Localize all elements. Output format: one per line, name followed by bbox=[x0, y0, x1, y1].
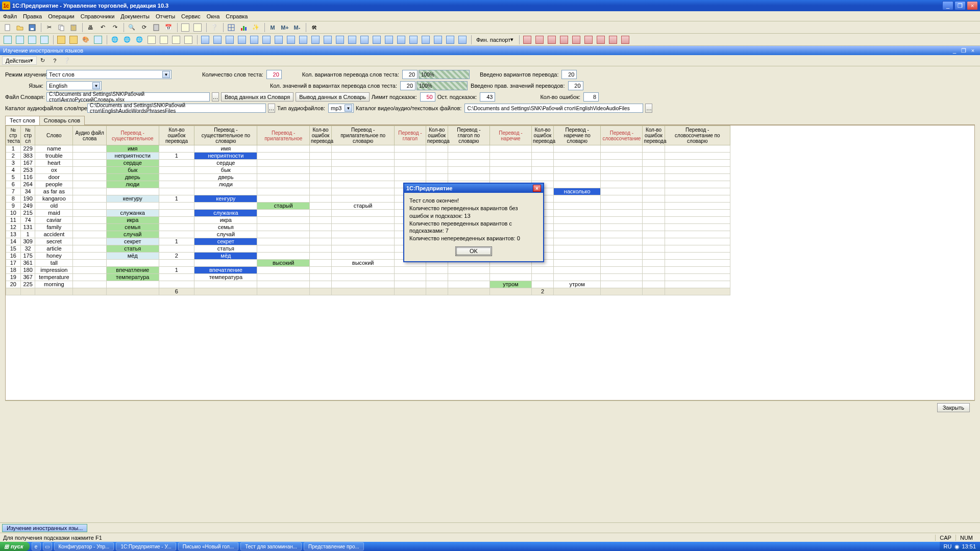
taskbar-item[interactable]: Тест для запоминан... bbox=[240, 542, 302, 550]
action-icon-2[interactable]: ? bbox=[49, 55, 60, 66]
col-header[interactable]: Перевод - прилагательное bbox=[257, 126, 310, 145]
t2-5-icon[interactable] bbox=[56, 34, 67, 45]
t2-ext-8-icon[interactable] bbox=[298, 34, 309, 45]
export-dict-button[interactable]: Вывод данных в Словарь bbox=[296, 92, 370, 102]
chart-icon[interactable] bbox=[238, 22, 249, 33]
t2-tail-7-icon[interactable] bbox=[607, 34, 619, 45]
col-header[interactable]: Перевод - глагол по словарю bbox=[448, 126, 489, 145]
t2-13-icon[interactable] bbox=[158, 34, 169, 45]
refresh-icon[interactable]: ⟳ bbox=[138, 22, 150, 33]
table-row[interactable]: 16175honeyмёд2мёд bbox=[6, 253, 730, 260]
col-header[interactable]: Перевод - наречие bbox=[489, 126, 531, 145]
undo-icon[interactable]: ↶ bbox=[97, 22, 108, 33]
actions-menu[interactable]: Действия ▾ bbox=[2, 56, 37, 65]
t2-9-icon[interactable]: 🌐 bbox=[109, 34, 120, 45]
table-row[interactable]: 8190kangarooкенгуру1кенгуру bbox=[6, 195, 730, 203]
calendar-icon[interactable]: 📅 bbox=[163, 22, 174, 33]
menu-reports[interactable]: Отчеты bbox=[156, 13, 175, 19]
audio-path-input[interactable]: C:\Documents and Settings\SNK\Рабочий ст… bbox=[87, 104, 266, 113]
sub-maximize-button[interactable]: ❐ bbox=[960, 47, 968, 54]
system-tray[interactable]: RU ◉ 13:51 bbox=[940, 542, 980, 551]
audiotype-select[interactable]: mp3▼ bbox=[328, 104, 354, 113]
col-header[interactable]: Кол-во ошибок перевода bbox=[310, 126, 332, 145]
t2-ext-10-icon[interactable] bbox=[322, 34, 333, 45]
col-header[interactable]: № стр теста bbox=[6, 126, 21, 145]
t2-tail-4-icon[interactable] bbox=[571, 34, 582, 45]
t2-3-icon[interactable] bbox=[27, 34, 38, 45]
window-tab[interactable]: Изучение иностранных язы... bbox=[2, 524, 87, 532]
more1-icon[interactable] bbox=[180, 22, 191, 33]
col-header[interactable]: Перевод - существительное bbox=[106, 126, 159, 145]
table-row[interactable]: 20225morningутромутром bbox=[6, 281, 730, 288]
t2-ext-13-icon[interactable] bbox=[359, 34, 370, 45]
t2-ext-12-icon[interactable] bbox=[347, 34, 358, 45]
tray-lang[interactable]: RU bbox=[944, 543, 952, 549]
dialog-close-button[interactable]: × bbox=[533, 185, 541, 192]
table-row[interactable]: 4253oxбыкбык bbox=[6, 167, 730, 174]
menu-catalogs[interactable]: Справочники bbox=[81, 13, 115, 19]
t2-tail-6-icon[interactable] bbox=[595, 34, 606, 45]
t2-ext-21-icon[interactable] bbox=[457, 34, 468, 45]
video-browse-button[interactable]: … bbox=[645, 104, 652, 113]
t2-7-icon[interactable]: 🎨 bbox=[80, 34, 91, 45]
open-icon[interactable] bbox=[14, 22, 26, 33]
close-inner-button[interactable]: Закрыть bbox=[937, 403, 970, 412]
table-row[interactable]: 1532articleстатьястатья bbox=[6, 245, 730, 253]
menu-edit[interactable]: Правка bbox=[23, 13, 42, 19]
cnt-words-value[interactable]: 20 bbox=[266, 70, 282, 79]
t2-ext-5-icon[interactable] bbox=[261, 34, 272, 45]
t2-12-icon[interactable] bbox=[146, 34, 157, 45]
table-row[interactable]: 18180impressionвпечатление1впечатление bbox=[6, 267, 730, 274]
t2-1-icon[interactable] bbox=[2, 34, 13, 45]
menu-file[interactable]: Файл bbox=[3, 13, 17, 19]
t2-ext-20-icon[interactable] bbox=[445, 34, 456, 45]
col-header[interactable]: Слово bbox=[35, 126, 73, 145]
new-icon[interactable] bbox=[2, 22, 13, 33]
t2-ext-3-icon[interactable] bbox=[236, 34, 248, 45]
t2-tail-0-icon[interactable] bbox=[522, 34, 533, 45]
t2-tail-5-icon[interactable] bbox=[583, 34, 594, 45]
t2-ext-9-icon[interactable] bbox=[310, 34, 321, 45]
menu-documents[interactable]: Документы bbox=[120, 13, 150, 19]
find-icon[interactable]: 🔍 bbox=[126, 22, 137, 33]
table-row[interactable]: 131accidentслучайслучай bbox=[6, 231, 730, 238]
dict-path-input[interactable]: C:\Documents and Settings\SNK\Рабочий ст… bbox=[46, 92, 210, 102]
col-header[interactable]: Перевод - словосочетание по словарю bbox=[665, 126, 730, 145]
m-plus-icon[interactable]: M+ bbox=[279, 22, 290, 33]
t2-8-icon[interactable] bbox=[92, 34, 104, 45]
t2-ext-1-icon[interactable] bbox=[212, 34, 223, 45]
t2-ext-11-icon[interactable] bbox=[334, 34, 346, 45]
paste-icon[interactable] bbox=[68, 22, 79, 33]
start-button[interactable]: ⊞пуск bbox=[0, 542, 30, 551]
t2-14-icon[interactable] bbox=[170, 34, 182, 45]
col-header[interactable]: Перевод - наречие по словарю bbox=[554, 126, 601, 145]
redo-icon[interactable]: ↷ bbox=[109, 22, 120, 33]
col-header[interactable]: Перевод - глагол bbox=[395, 126, 426, 145]
t2-4-icon[interactable] bbox=[39, 34, 50, 45]
t2-11-icon[interactable]: 🌐 bbox=[134, 34, 145, 45]
t2-ext-0-icon[interactable] bbox=[200, 34, 211, 45]
t2-ext-7-icon[interactable] bbox=[285, 34, 297, 45]
limit-value[interactable]: 50 bbox=[420, 92, 435, 102]
col-header[interactable]: Аудио файл слова bbox=[73, 126, 107, 145]
taskbar-item[interactable]: Представление про... bbox=[304, 542, 364, 550]
tray-net-icon[interactable]: ◉ bbox=[954, 543, 960, 550]
more2-icon[interactable] bbox=[192, 22, 203, 33]
quick-ie-icon[interactable]: e bbox=[32, 542, 41, 550]
table-row[interactable]: 17361tallвысокийвысокий bbox=[6, 260, 730, 267]
wizard-icon[interactable]: ✨ bbox=[250, 22, 261, 33]
quick-desktop-icon[interactable]: ▭ bbox=[43, 542, 52, 550]
print-icon[interactable]: 🖶 bbox=[85, 22, 96, 33]
t2-ext-16-icon[interactable] bbox=[396, 34, 407, 45]
fin-passport-button[interactable]: Фин. паспорт ▾ bbox=[474, 34, 516, 45]
t2-6-icon[interactable] bbox=[68, 34, 79, 45]
grid[interactable]: № стр теста№ стр слСловоАудио файл слова… bbox=[5, 125, 975, 400]
t2-tail-1-icon[interactable] bbox=[534, 34, 545, 45]
col-header[interactable]: Кол-во ошибок перевода bbox=[426, 126, 448, 145]
taskbar-item[interactable]: Письмо «Новый гол... bbox=[178, 542, 238, 550]
dict-browse-button[interactable]: … bbox=[212, 92, 219, 102]
taskbar-item[interactable]: Конфигуратор - Упр... bbox=[54, 542, 114, 550]
import-dict-button[interactable]: Ввод данных из Словаря bbox=[221, 92, 293, 102]
menu-service[interactable]: Сервис bbox=[181, 13, 201, 19]
t2-15-icon[interactable] bbox=[183, 34, 194, 45]
